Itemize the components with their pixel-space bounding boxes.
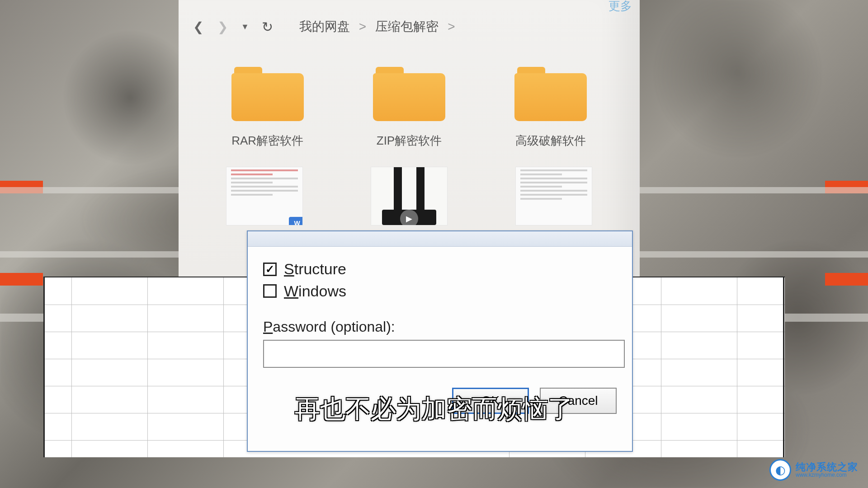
folder-icon [373,67,445,121]
structure-checkbox-label: Structure [284,260,346,278]
nav-toolbar: ❮ ❯ ▼ ↻ 我的网盘 > 压缩包解密 > [179,0,640,44]
glitch-accent [0,273,43,286]
folder-icon [231,67,304,121]
forward-icon[interactable]: ❯ [217,19,228,34]
file-thumb-video[interactable]: ▶ [371,167,448,225]
folder-icon [514,67,587,121]
password-label: Password (optional): [263,319,617,335]
folder-grid: RAR解密软件 ZIP解密软件 高级破解软件 [179,44,640,158]
password-input[interactable] [263,340,625,368]
word-badge-icon: W [289,217,303,225]
file-thumb-text[interactable] [515,167,592,225]
watermark-title: 纯净系统之家 [796,462,858,472]
windows-checkbox[interactable] [263,284,277,298]
folder-item-zip[interactable]: ZIP解密软件 [373,67,445,149]
more-link[interactable]: 更多 [609,0,632,14]
folder-item-advanced[interactable]: 高级破解软件 [514,67,587,149]
windows-checkbox-label: Windows [284,282,346,300]
file-thumb-doc[interactable]: W [226,167,303,225]
glitch-accent [825,273,868,286]
watermark-url: www.kzmyhome.com [796,472,858,478]
structure-checkbox[interactable]: ✓ [263,263,277,276]
breadcrumb: 我的网盘 > 压缩包解密 > [299,18,455,35]
breadcrumb-root[interactable]: 我的网盘 [299,18,350,35]
folder-label: RAR解密软件 [231,133,303,149]
checkbox-row-structure: ✓ Structure [263,260,617,278]
folder-label: ZIP解密软件 [377,133,442,149]
back-icon[interactable]: ❮ [192,19,204,34]
watermark: ◐ 纯净系统之家 www.kzmyhome.com [769,459,858,481]
folder-item-rar[interactable]: RAR解密软件 [231,67,304,149]
history-dropdown-icon[interactable]: ▼ [241,22,249,32]
watermark-logo-icon: ◐ [769,459,791,481]
dialog-titlebar[interactable] [248,231,632,247]
play-icon: ▶ [400,210,418,225]
subtitle-caption: 再也不必为加密而烦恼了 [295,392,573,427]
refresh-icon[interactable]: ↻ [262,19,273,35]
checkbox-row-windows: Windows [263,282,617,300]
file-thumb-row: W ▶ [179,158,640,225]
folder-label: 高级破解软件 [515,133,586,149]
breadcrumb-folder[interactable]: 压缩包解密 [375,18,439,35]
breadcrumb-sep: > [448,19,455,34]
breadcrumb-sep: > [359,19,366,34]
